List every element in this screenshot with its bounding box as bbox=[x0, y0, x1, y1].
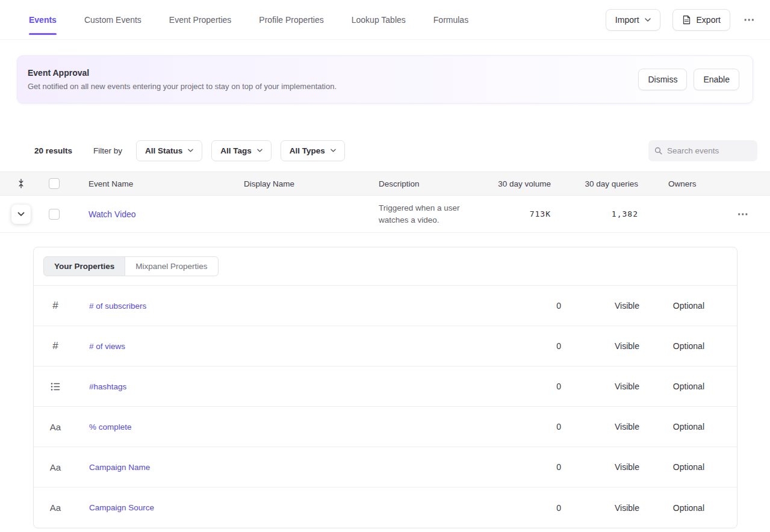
property-name-link[interactable]: Campaign Source bbox=[89, 503, 154, 512]
filter-by-label: Filter by bbox=[93, 146, 122, 155]
chevron-down-icon bbox=[188, 149, 193, 152]
property-visibility: Visible bbox=[561, 341, 639, 351]
property-value: 0 bbox=[501, 301, 561, 311]
status-filter-dropdown[interactable]: All Status bbox=[136, 140, 202, 161]
queries-value: 1,382 bbox=[551, 209, 638, 218]
property-name-link[interactable]: % complete bbox=[89, 422, 132, 431]
tab-profile-properties-label: Profile Properties bbox=[259, 15, 323, 25]
property-visibility: Visible bbox=[561, 503, 639, 513]
property-row: Aa % complete 0 Visible Optional bbox=[34, 407, 737, 447]
tab-profile-properties[interactable]: Profile Properties bbox=[259, 0, 323, 39]
types-filter-dropdown[interactable]: All Types bbox=[281, 140, 345, 161]
search-icon bbox=[654, 146, 662, 155]
filter-bar: 20 results Filter by All Status All Tags… bbox=[0, 140, 770, 161]
text-type-icon: Aa bbox=[50, 462, 61, 472]
property-row: #hashtags 0 Visible Optional bbox=[34, 367, 737, 407]
enable-button[interactable]: Enable bbox=[694, 69, 739, 90]
dismiss-button[interactable]: Dismiss bbox=[638, 69, 687, 90]
property-requirement: Optional bbox=[639, 301, 704, 311]
property-requirement: Optional bbox=[639, 462, 704, 472]
search-input[interactable] bbox=[667, 146, 751, 155]
select-all-checkbox[interactable] bbox=[49, 178, 60, 189]
banner-actions: Dismiss Enable bbox=[638, 69, 739, 90]
tab-mixpanel-properties-label: Mixpanel Properties bbox=[135, 262, 207, 271]
results-count: 20 results bbox=[34, 146, 72, 155]
status-filter-label: All Status bbox=[145, 146, 182, 155]
header-event-name: Event Name bbox=[72, 179, 229, 188]
property-value: 0 bbox=[501, 503, 561, 513]
row-checkbox[interactable] bbox=[49, 209, 60, 220]
property-name-link[interactable]: #hashtags bbox=[89, 382, 126, 391]
text-type-icon: Aa bbox=[50, 422, 61, 432]
property-visibility: Visible bbox=[561, 462, 639, 472]
header-owners: Owners bbox=[638, 179, 716, 188]
row-more-options-button[interactable]: ⋯ bbox=[736, 206, 751, 222]
event-row-watch-video: Watch Video Triggered when a user watche… bbox=[0, 196, 770, 233]
banner-text: Event Approval Get notified on all new e… bbox=[28, 68, 337, 91]
property-requirement: Optional bbox=[639, 422, 704, 431]
tab-events[interactable]: Events bbox=[29, 0, 57, 39]
event-description: Triggered when a user watches a video. bbox=[379, 202, 485, 226]
types-filter-label: All Types bbox=[290, 146, 325, 155]
tab-formulas-label: Formulas bbox=[433, 15, 468, 25]
header-display-name: Display Name bbox=[229, 179, 364, 188]
tags-filter-dropdown[interactable]: All Tags bbox=[211, 140, 272, 161]
tags-filter-label: All Tags bbox=[220, 146, 252, 155]
header-30-day-volume: 30 day volume bbox=[485, 179, 551, 188]
property-row: Aa Campaign Source 0 Visible Optional bbox=[34, 487, 737, 528]
chevron-down-icon bbox=[331, 149, 336, 152]
export-csv-file-icon bbox=[682, 15, 691, 25]
header-30-day-queries: 30 day queries bbox=[551, 179, 638, 188]
nav-more-options-button[interactable]: ⋯ bbox=[742, 11, 757, 28]
property-name-link[interactable]: # of views bbox=[89, 342, 125, 351]
header-description: Description bbox=[364, 179, 485, 188]
property-value: 0 bbox=[501, 382, 561, 391]
tab-your-properties-label: Your Properties bbox=[54, 262, 114, 271]
event-name-link[interactable]: Watch Video bbox=[88, 209, 136, 219]
dismiss-button-label: Dismiss bbox=[648, 75, 677, 84]
property-name-link[interactable]: Campaign Name bbox=[89, 463, 150, 472]
nav-actions: Import Export ⋯ bbox=[606, 9, 757, 31]
volume-value: 713K bbox=[485, 209, 551, 218]
number-type-icon: # bbox=[52, 340, 58, 352]
text-type-icon: Aa bbox=[50, 503, 61, 513]
property-visibility: Visible bbox=[561, 301, 639, 311]
collapse-all-button[interactable] bbox=[17, 179, 36, 188]
import-button[interactable]: Import bbox=[606, 9, 660, 31]
tab-your-properties[interactable]: Your Properties bbox=[43, 256, 125, 276]
event-properties-panel: Your Properties Mixpanel Properties # # … bbox=[33, 247, 737, 528]
tab-event-properties[interactable]: Event Properties bbox=[169, 0, 232, 39]
tab-custom-events[interactable]: Custom Events bbox=[84, 0, 141, 39]
search-box bbox=[648, 140, 757, 161]
more-icon: ⋯ bbox=[744, 13, 756, 26]
tab-custom-events-label: Custom Events bbox=[84, 15, 141, 25]
property-requirement: Optional bbox=[639, 503, 704, 513]
events-table-header: Event Name Display Name Description 30 d… bbox=[0, 172, 770, 196]
property-row: Aa Campaign Name 0 Visible Optional bbox=[34, 447, 737, 487]
banner-title: Event Approval bbox=[28, 68, 337, 78]
property-value: 0 bbox=[501, 341, 561, 351]
export-button[interactable]: Export bbox=[672, 9, 730, 31]
nav-tabs: Events Custom Events Event Properties Pr… bbox=[29, 0, 468, 39]
property-row: # # of subscribers 0 Visible Optional bbox=[34, 286, 737, 326]
tab-event-properties-label: Event Properties bbox=[169, 15, 232, 25]
tab-lookup-tables[interactable]: Lookup Tables bbox=[352, 0, 406, 39]
tab-events-label: Events bbox=[29, 15, 57, 25]
enable-button-label: Enable bbox=[703, 75, 730, 84]
collapse-row-button[interactable] bbox=[11, 205, 31, 224]
tab-mixpanel-properties[interactable]: Mixpanel Properties bbox=[125, 256, 218, 276]
top-nav: Events Custom Events Event Properties Pr… bbox=[0, 0, 770, 40]
list-type-icon bbox=[51, 382, 60, 391]
properties-tabs: Your Properties Mixpanel Properties bbox=[34, 247, 737, 286]
collapse-all-icon bbox=[17, 179, 25, 188]
property-requirement: Optional bbox=[639, 341, 704, 351]
banner-description: Get notified on all new events entering … bbox=[28, 82, 337, 91]
event-approval-banner: Event Approval Get notified on all new e… bbox=[17, 55, 753, 104]
property-value: 0 bbox=[501, 462, 561, 472]
tab-formulas[interactable]: Formulas bbox=[433, 0, 468, 39]
number-type-icon: # bbox=[52, 300, 58, 312]
property-name-link[interactable]: # of subscribers bbox=[89, 302, 146, 311]
chevron-down-icon bbox=[17, 212, 25, 217]
export-button-label: Export bbox=[697, 15, 721, 25]
chevron-down-icon bbox=[645, 18, 651, 22]
